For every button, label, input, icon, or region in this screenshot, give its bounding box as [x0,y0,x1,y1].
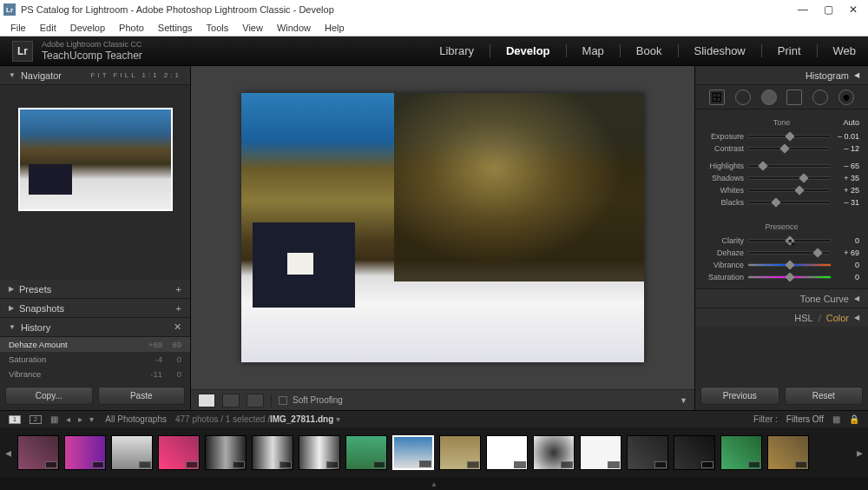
slider-knob[interactable] [785,272,794,281]
filter-options-icon[interactable]: ▦ [832,414,840,424]
menu-photo[interactable]: Photo [112,23,151,33]
slider-knob[interactable] [812,248,822,257]
filmstrip-thumb[interactable] [299,435,340,470]
filmstrip-thumb[interactable] [252,435,293,470]
presets-header[interactable]: ▶ Presets + [0,280,190,299]
minimize-button[interactable]: — [798,3,808,16]
loupe-view-button[interactable] [198,394,215,407]
slider-knob[interactable] [785,131,794,141]
blacks-slider[interactable]: Blacks– 31 [704,196,859,209]
menu-tools[interactable]: Tools [200,23,236,33]
redeye-tool[interactable] [761,89,777,105]
history-header[interactable]: ▼ History ✕ [0,318,190,337]
close-button[interactable]: ✕ [849,3,858,16]
filmstrip-thumb[interactable] [345,435,387,470]
slider-track[interactable] [747,251,832,255]
menu-window[interactable]: Window [270,23,318,33]
navigator-zoom[interactable]: FIT FILL 1:1 2:1 [91,71,181,79]
filmstrip-thumb[interactable] [205,435,247,470]
canvas[interactable] [191,66,694,389]
navigator-header[interactable]: ▼ Navigator FIT FILL 1:1 2:1 [0,66,190,85]
history-item[interactable]: Dehaze Amount +69 69 [0,337,190,352]
previous-button[interactable]: Previous [700,387,779,405]
slider-knob[interactable] [785,260,794,269]
primary-display-button[interactable]: 1 [9,415,21,424]
filmstrip-thumb[interactable] [158,435,200,470]
filmstrip-thumb[interactable] [111,435,153,470]
slider-track[interactable] [747,176,832,180]
add-preset-button[interactable]: + [176,284,181,295]
nav-arrows[interactable]: ▦ ◂ ▸ ▾ [50,414,96,424]
before-after-tb-button[interactable] [247,394,264,407]
menu-file[interactable]: File [3,23,33,33]
adjustment-brush-tool[interactable]: ● [838,89,854,105]
slider-track[interactable] [747,263,832,267]
filmstrip-thumb[interactable] [64,435,106,470]
filmstrip-thumb[interactable] [439,435,481,470]
toolbar-dropdown[interactable]: ▼ [680,396,687,405]
slider-track[interactable] [747,189,832,192]
paste-button[interactable]: Paste [98,387,186,405]
saturation-slider[interactable]: Saturation0 [704,271,859,283]
menu-settings[interactable]: Settings [151,23,200,33]
clarity-slider[interactable]: Clarity0 [704,235,859,247]
shadows-slider[interactable]: Shadows+ 35 [704,172,859,184]
slider-knob[interactable] [772,197,781,207]
add-snapshot-button[interactable]: + [176,303,181,314]
filter-dropdown[interactable]: Filters Off [786,414,824,424]
menu-help[interactable]: Help [318,23,352,33]
bottom-panel-grip[interactable]: ▲ [0,478,868,490]
module-develop[interactable]: Develop [506,44,567,57]
auto-tone-button[interactable]: Auto [843,118,859,127]
history-item[interactable]: Saturation -4 0 [0,352,190,367]
filmstrip-thumb[interactable] [486,435,528,470]
module-book[interactable]: Book [636,44,679,57]
whites-slider[interactable]: Whites+ 25 [704,184,859,196]
filmstrip-thumb[interactable] [533,435,575,470]
crop-tool[interactable]: ⊞ [709,89,725,105]
module-library[interactable]: Library [439,44,490,57]
histogram-header[interactable]: Histogram ◀ [695,66,868,85]
menu-edit[interactable]: Edit [33,23,63,33]
history-item[interactable]: Vibrance -11 0 [0,367,190,381]
radial-filter-tool[interactable] [812,89,828,105]
slider-track[interactable] [747,135,832,138]
slider-track[interactable] [747,275,832,279]
module-map[interactable]: Map [582,44,621,57]
spot-removal-tool[interactable] [735,89,751,105]
copy-button[interactable]: Copy... [5,387,93,405]
slider-knob[interactable] [758,161,767,170]
filmstrip-thumb[interactable] [674,435,715,470]
secondary-display-button[interactable]: 2 [30,415,42,424]
hsl-color-header[interactable]: HSL / Color ◀ [695,308,868,327]
exposure-slider[interactable]: Exposure– 0.01 [704,130,859,142]
clear-history-button[interactable]: ✕ [174,321,181,333]
filmstrip-thumb[interactable] [627,435,668,470]
menu-develop[interactable]: Develop [63,23,112,33]
slider-track[interactable] [747,164,832,168]
menu-view[interactable]: View [235,23,270,33]
module-web[interactable]: Web [833,44,857,57]
vibrance-slider[interactable]: Vibrance0 [704,259,859,271]
contrast-slider[interactable]: Contrast– 12 [704,142,859,155]
filmstrip-thumb[interactable] [17,435,59,470]
filmstrip-thumb[interactable] [580,435,621,470]
slider-track[interactable] [747,201,832,204]
slider-knob[interactable] [799,173,808,182]
filmstrip-thumb[interactable] [767,435,809,470]
graduated-filter-tool[interactable] [786,89,802,105]
slider-knob[interactable] [779,143,789,153]
filmstrip-thumb[interactable] [720,435,762,470]
filmstrip-thumb[interactable] [392,435,434,470]
filmstrip[interactable] [0,427,868,478]
module-print[interactable]: Print [778,44,818,57]
navigator-preview[interactable] [0,85,190,233]
maximize-button[interactable]: ▢ [824,3,833,16]
slider-track[interactable] [747,147,832,150]
filter-lock-icon[interactable]: 🔒 [849,414,859,424]
soft-proofing-toggle[interactable]: Soft Proofing [279,395,343,405]
highlights-slider[interactable]: Highlights– 65 [704,160,859,172]
snapshots-header[interactable]: ▶ Snapshots + [0,299,190,318]
before-after-lr-button[interactable] [222,394,240,407]
dehaze-slider[interactable]: Dehaze+ 69 [704,247,859,259]
